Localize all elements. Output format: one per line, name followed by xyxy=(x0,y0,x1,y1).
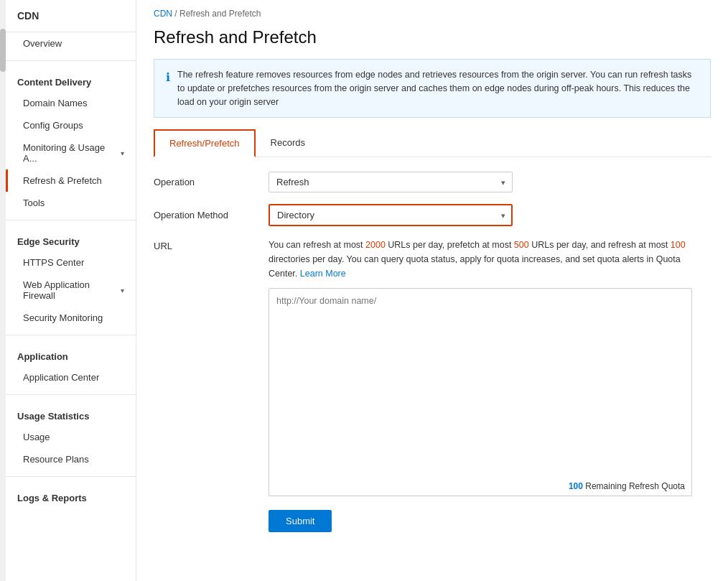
sidebar-item-waf[interactable]: Web Application Firewall ▾ xyxy=(6,274,136,307)
sidebar-item-tools[interactable]: Tools xyxy=(6,192,136,214)
sidebar: CDN Overview Content Delivery Domain Nam… xyxy=(6,0,136,581)
operation-method-select[interactable]: Directory File xyxy=(269,204,513,226)
tab-records[interactable]: Records xyxy=(256,129,320,157)
submit-button[interactable]: Submit xyxy=(269,510,332,532)
scrollbar-thumb[interactable] xyxy=(0,29,6,72)
breadcrumb: CDN / Refresh and Prefetch xyxy=(136,0,728,22)
tab-refresh-prefetch-label: Refresh/Prefetch xyxy=(169,138,240,149)
sidebar-item-overview[interactable]: Overview xyxy=(6,32,136,55)
url-textarea-wrapper: 100 Remaining Refresh Quota xyxy=(269,288,692,498)
sidebar-item-application-center[interactable]: Application Center xyxy=(6,366,136,389)
sidebar-section-content-delivery: Content Delivery xyxy=(6,67,136,92)
sidebar-item-overview-label: Overview xyxy=(23,38,62,49)
breadcrumb-current: Refresh and Prefetch xyxy=(179,9,261,19)
info-banner: ℹ The refresh feature removes resources … xyxy=(154,59,711,118)
sidebar-item-resource-plans-label: Resource Plans xyxy=(23,454,89,465)
sidebar-item-waf-label: Web Application Firewall xyxy=(23,279,121,301)
info-banner-text: The refresh feature removes resources fr… xyxy=(177,68,699,108)
sidebar-section-application: Application xyxy=(6,341,136,366)
url-row: URL You can refresh at most 2000 URLs pe… xyxy=(154,238,711,498)
url-description: You can refresh at most 2000 URLs per da… xyxy=(269,238,711,281)
sidebar-section-logs-reports: Logs & Reports xyxy=(6,483,136,508)
sidebar-item-monitoring-usage[interactable]: Monitoring & Usage A... ▾ xyxy=(6,136,136,169)
quota-info: 100 Remaining Refresh Quota xyxy=(569,481,685,491)
sidebar-item-usage-label: Usage xyxy=(23,432,50,442)
sidebar-section-usage-statistics: Usage Statistics xyxy=(6,401,136,426)
breadcrumb-parent-link[interactable]: CDN xyxy=(154,9,172,19)
chevron-down-icon: ▾ xyxy=(121,149,124,157)
tab-records-label: Records xyxy=(271,137,305,148)
url-limit1: 2000 xyxy=(365,240,386,250)
url-textarea[interactable] xyxy=(269,288,692,496)
operation-method-label: Operation Method xyxy=(154,210,269,220)
tabs-container: Refresh/Prefetch Records xyxy=(154,129,711,157)
url-content: You can refresh at most 2000 URLs per da… xyxy=(269,238,711,498)
quota-number: 100 xyxy=(569,481,583,491)
url-limit3: 100 xyxy=(671,240,686,250)
sidebar-top-label: CDN xyxy=(6,0,136,32)
operation-method-select-wrapper[interactable]: Directory File ▾ xyxy=(269,204,513,226)
sidebar-item-domain-names[interactable]: Domain Names xyxy=(6,92,136,114)
learn-more-link[interactable]: Learn More xyxy=(300,269,346,279)
operation-method-row: Operation Method Directory File ▾ xyxy=(154,204,711,226)
sidebar-item-domain-names-label: Domain Names xyxy=(23,98,88,108)
sidebar-item-usage[interactable]: Usage xyxy=(6,426,136,448)
sidebar-item-config-groups-label: Config Groups xyxy=(23,120,83,131)
scrollbar-track[interactable] xyxy=(0,0,6,581)
main-content: CDN / Refresh and Prefetch Refresh and P… xyxy=(136,0,728,581)
sidebar-item-https-center[interactable]: HTTPS Center xyxy=(6,251,136,274)
quota-label: Remaining Refresh Quota xyxy=(585,481,685,491)
sidebar-item-config-groups[interactable]: Config Groups xyxy=(6,114,136,136)
submit-row: Submit xyxy=(154,510,711,532)
operation-label: Operation xyxy=(154,177,269,187)
sidebar-item-tools-label: Tools xyxy=(23,197,45,208)
operation-row: Operation Refresh Prefetch ▾ xyxy=(154,172,711,192)
operation-select[interactable]: Refresh Prefetch xyxy=(269,172,513,192)
sidebar-item-security-monitoring-label: Security Monitoring xyxy=(23,312,103,323)
operation-select-wrapper[interactable]: Refresh Prefetch ▾ xyxy=(269,172,513,192)
chevron-down-icon-waf: ▾ xyxy=(121,287,124,294)
tab-refresh-prefetch[interactable]: Refresh/Prefetch xyxy=(154,129,256,157)
sidebar-item-resource-plans[interactable]: Resource Plans xyxy=(6,448,136,470)
sidebar-item-application-center-label: Application Center xyxy=(23,372,99,383)
sidebar-item-security-monitoring[interactable]: Security Monitoring xyxy=(6,307,136,329)
url-label: URL xyxy=(154,238,269,251)
sidebar-item-https-center-label: HTTPS Center xyxy=(23,257,84,268)
page-title: Refresh and Prefetch xyxy=(136,22,728,59)
sidebar-item-refresh-prefetch[interactable]: Refresh & Prefetch xyxy=(6,169,136,192)
sidebar-item-refresh-prefetch-label: Refresh & Prefetch xyxy=(23,175,102,186)
info-icon: ℹ xyxy=(166,69,170,86)
form-area: Operation Refresh Prefetch ▾ Operation M… xyxy=(136,157,728,547)
sidebar-item-monitoring-usage-label: Monitoring & Usage A... xyxy=(23,142,121,164)
sidebar-section-edge-security: Edge Security xyxy=(6,226,136,251)
breadcrumb-separator: / xyxy=(174,9,179,19)
url-limit2: 500 xyxy=(514,240,529,250)
